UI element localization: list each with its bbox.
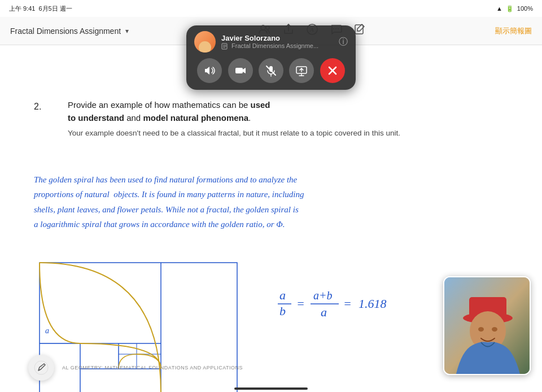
- svg-text:=: =: [296, 297, 305, 311]
- svg-text:a+b: a+b: [313, 289, 333, 302]
- svg-point-52: [492, 327, 497, 332]
- status-left: 上午 9:41 6月5日 週一: [9, 5, 72, 13]
- battery-percent: 100%: [517, 5, 533, 12]
- hud-controls: [194, 58, 348, 83]
- speaker-button[interactable]: [197, 58, 222, 83]
- handwritten-line-2: proportions of natural objects. It is fo…: [34, 187, 508, 202]
- screen-share-button[interactable]: [289, 58, 314, 83]
- show-presenter-button[interactable]: 顯示簡報圖: [495, 26, 532, 36]
- status-bar: 上午 9:41 6月5日 週一 ▲ 🔋 100%: [0, 0, 542, 17]
- self-view-person: [444, 277, 530, 374]
- end-call-button[interactable]: [320, 58, 345, 83]
- phi-symbol: Φ: [276, 220, 282, 229]
- handwritten-line-3: shells, plant leaves, and flower petals.…: [34, 202, 508, 217]
- status-time: 上午 9:41: [9, 5, 35, 13]
- document-title: Fractal Dimensions Assignment: [10, 27, 121, 36]
- svg-text:a: a: [279, 288, 286, 302]
- svg-text:=: =: [343, 297, 352, 311]
- avatar-head: [199, 41, 211, 53]
- spiral-svg: a a b: [34, 257, 243, 392]
- question-main-text: Provide an example of how mathematics ca…: [68, 100, 270, 123]
- mic-icon: [265, 64, 277, 77]
- svg-text:a: a: [45, 326, 49, 335]
- screen-share-icon: [295, 64, 308, 77]
- footer-text: AL GEOMETRY: MATHEMATICAL FOUNDATIONS AN…: [62, 365, 243, 371]
- battery-icon: 🔋: [506, 5, 514, 12]
- home-indicator: [234, 387, 308, 390]
- formula-svg: a b = a+b a = 1.618: [277, 282, 406, 328]
- toolbar-left: Fractal Dimensions Assignment ▾: [10, 27, 129, 36]
- video-icon: [234, 64, 247, 77]
- pen-icon: [34, 360, 49, 375]
- svg-point-53: [34, 361, 48, 374]
- question-text: Provide an example of how mathematics ca…: [68, 99, 508, 139]
- math-formula: a b = a+b a = 1.618: [277, 282, 406, 331]
- handwritten-answer: The golden spiral has been used to find …: [34, 172, 508, 232]
- end-call-icon: [327, 66, 338, 76]
- hud-top: Javier Solorzano Fractal Dimensions Assi…: [194, 31, 348, 53]
- status-right: ▲ 🔋 100%: [496, 5, 533, 12]
- word-that: that: [104, 220, 117, 229]
- caller-name: Javier Solorzano: [221, 34, 333, 42]
- svg-point-51: [478, 327, 484, 332]
- self-view-svg: [444, 277, 531, 375]
- facetime-hud: Javier Solorzano Fractal Dimensions Assi…: [186, 25, 356, 90]
- question-sub-text: Your example doesn't need to be a classi…: [68, 128, 508, 139]
- pen-tool-button[interactable]: [28, 355, 54, 381]
- hud-avatar: [194, 31, 216, 53]
- doc-icon: [221, 43, 228, 50]
- handwritten-line-4: a logarithmic spiral that grows in accor…: [34, 217, 508, 232]
- wifi-icon: ▲: [496, 5, 502, 12]
- question-number: 2.: [34, 102, 41, 112]
- svg-rect-12: [40, 263, 237, 392]
- title-chevron[interactable]: ▾: [125, 27, 129, 35]
- mic-button[interactable]: [259, 58, 283, 83]
- svg-text:a: a: [321, 305, 327, 319]
- handwritten-line-1: The golden spiral has been used to find …: [34, 172, 508, 187]
- self-view-camera: [443, 276, 531, 375]
- speaker-icon: [203, 64, 216, 77]
- spiral-diagram: a a b: [34, 257, 243, 392]
- svg-rect-37: [235, 68, 243, 73]
- video-button[interactable]: [228, 58, 253, 83]
- status-date: 6月5日 週一: [38, 5, 72, 13]
- hud-info-button[interactable]: ⓘ: [339, 36, 348, 48]
- hud-doc-label: Fractal Dimensions Assignme...: [231, 42, 318, 49]
- svg-text:1.618: 1.618: [359, 297, 387, 311]
- hud-doc-name: Fractal Dimensions Assignme...: [221, 42, 333, 50]
- svg-text:b: b: [279, 304, 286, 318]
- toolbar-right: 顯示簡報圖: [495, 26, 532, 36]
- hud-info: Javier Solorzano Fractal Dimensions Assi…: [221, 34, 333, 50]
- bold-model: model natural phenomena: [143, 113, 248, 123]
